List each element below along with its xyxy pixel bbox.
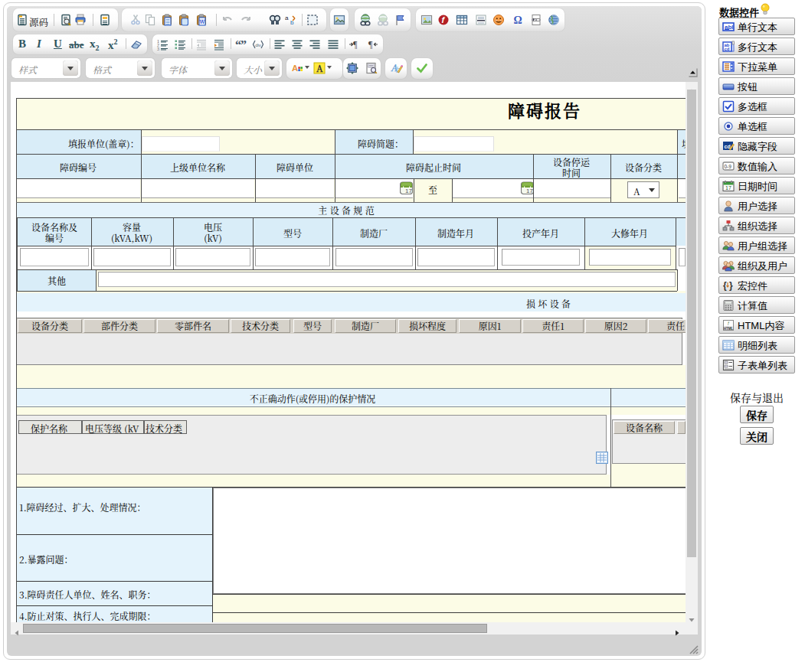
- svg-text:cd: cd: [725, 47, 730, 51]
- svg-text:b: b: [290, 18, 294, 26]
- svg-text:}: }: [729, 280, 733, 291]
- svg-text:div: div: [255, 41, 261, 48]
- svg-text:W: W: [198, 18, 205, 25]
- svg-text:HTML: HTML: [724, 327, 734, 331]
- svg-text:a: a: [285, 14, 289, 21]
- svg-text:A: A: [292, 64, 298, 73]
- svg-text:17: 17: [725, 185, 731, 191]
- svg-text:0-9: 0-9: [725, 164, 732, 169]
- svg-text:3: 3: [157, 46, 159, 51]
- svg-text:cd: cd: [725, 144, 731, 149]
- svg-text:A: A: [316, 62, 323, 74]
- svg-text:{: {: [723, 280, 727, 291]
- svg-text:¶: ¶: [368, 39, 373, 50]
- svg-text:¶: ¶: [353, 39, 358, 50]
- svg-text:ƒ: ƒ: [728, 321, 730, 325]
- svg-text:Ω: Ω: [513, 15, 522, 26]
- svg-text:”: ”: [241, 38, 247, 51]
